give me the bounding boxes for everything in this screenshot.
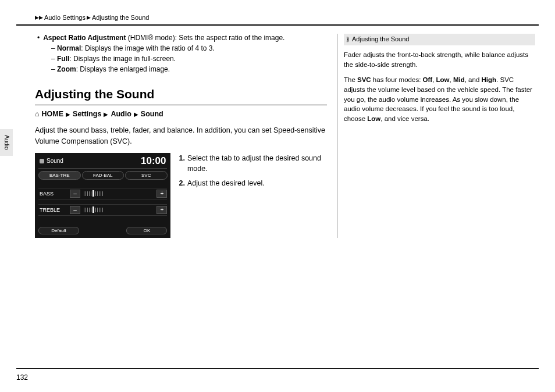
tab-svc[interactable]: SVC xyxy=(125,171,168,180)
chevron-right-icon: ▶ xyxy=(134,111,138,117)
chevron-right-icon: ▶▶ xyxy=(35,15,43,20)
path-sound: Sound xyxy=(141,110,163,118)
side-tab-label: Audio xyxy=(3,135,10,150)
path-settings: Settings xyxy=(73,110,101,118)
chevron-right-icon: ▶ xyxy=(87,15,91,20)
home-icon: ⌂ xyxy=(35,110,40,118)
path-audio: Audio xyxy=(111,110,131,118)
sub-bullet-full: – Full: Displays the image in full-scree… xyxy=(51,55,327,63)
step-2-num: 2. xyxy=(179,178,184,189)
treble-label: TREBLE xyxy=(38,207,66,213)
full-text: : Displays the image in full-screen. xyxy=(69,55,176,63)
zoom-title: Zoom xyxy=(57,65,76,73)
bullet-icon: • xyxy=(37,34,40,42)
row-treble: TREBLE – + xyxy=(38,204,167,216)
aspect-title: Aspect Ratio Adjustment xyxy=(43,34,126,42)
intro-text: Adjust the sound bass, treble, fader, an… xyxy=(35,125,327,147)
bass-minus-button[interactable]: – xyxy=(70,190,80,198)
path-home: HOME xyxy=(42,110,64,118)
note-icon: ⟫ xyxy=(346,35,350,44)
treble-plus-button[interactable]: + xyxy=(156,206,167,214)
chevron-right-icon: ▶ xyxy=(104,111,108,117)
tab-bas-tre[interactable]: BAS-TRE xyxy=(38,171,81,180)
bass-label: BASS xyxy=(38,191,66,197)
breadcrumb: ▶▶ Audio Settings ▶ Adjusting the Sound xyxy=(0,0,555,24)
main-column: • Aspect Ratio Adjustment (HDMI® mode): … xyxy=(35,34,337,238)
bass-slider[interactable] xyxy=(84,190,153,197)
step-2-text: Adjust the desired level. xyxy=(187,178,265,189)
footer-rule xyxy=(16,368,539,369)
chevron-right-icon: ▶ xyxy=(66,111,70,117)
row-bass: BASS – + xyxy=(38,188,167,199)
tab-fad-bal[interactable]: FAD-BAL xyxy=(82,171,124,180)
gear-icon xyxy=(40,159,44,163)
treble-slider[interactable] xyxy=(84,206,153,213)
section-rule xyxy=(35,105,327,105)
sidebar-p2: The SVC has four modes: Off, Low, Mid, a… xyxy=(344,75,535,123)
crumb-adjusting-sound: Adjusting the Sound xyxy=(92,14,149,21)
sidebar-p1: Fader adjusts the front-to-back strength… xyxy=(344,50,535,69)
zoom-text: : Displays the enlarged image. xyxy=(76,65,170,73)
crumb-audio-settings: Audio Settings xyxy=(44,14,86,21)
bullet-aspect-ratio: • Aspect Ratio Adjustment (HDMI® mode): … xyxy=(35,34,327,42)
default-button[interactable]: Default xyxy=(38,227,79,234)
device-title: Sound xyxy=(47,158,63,164)
treble-minus-button[interactable]: – xyxy=(70,206,80,214)
ok-button[interactable]: OK xyxy=(126,227,167,234)
sidebar-title: Adjusting the Sound xyxy=(352,35,409,44)
step-1-num: 1. xyxy=(179,153,184,175)
full-title: Full xyxy=(57,55,69,63)
device-screenshot: Sound 10:00 BAS-TRE FAD-BAL SVC BASS – xyxy=(35,153,170,238)
section-heading: Adjusting the Sound xyxy=(35,87,327,101)
page-number: 132 xyxy=(16,373,28,382)
step-1-text: Select the tab to adjust the desired sou… xyxy=(187,153,327,175)
sidebar: ⟫ Adjusting the Sound Fader adjusts the … xyxy=(337,34,535,238)
bass-plus-button[interactable]: + xyxy=(156,190,167,198)
steps: 1. Select the tab to adjust the desired … xyxy=(179,153,327,193)
aspect-text: (HDMI® mode): Sets the aspect ratio of t… xyxy=(126,34,284,42)
device-clock: 10:00 xyxy=(141,155,166,167)
normal-text: : Displays the image with the ratio of 4… xyxy=(81,44,214,52)
side-tab-audio: Audio xyxy=(0,129,13,156)
sidebar-header: ⟫ Adjusting the Sound xyxy=(344,34,535,45)
normal-title: Normal xyxy=(57,44,81,52)
sub-bullet-zoom: – Zoom: Displays the enlarged image. xyxy=(51,65,327,73)
nav-path: ⌂ HOME ▶ Settings ▶ Audio ▶ Sound xyxy=(35,110,327,118)
sub-bullet-normal: – Normal: Displays the image with the ra… xyxy=(51,44,327,52)
